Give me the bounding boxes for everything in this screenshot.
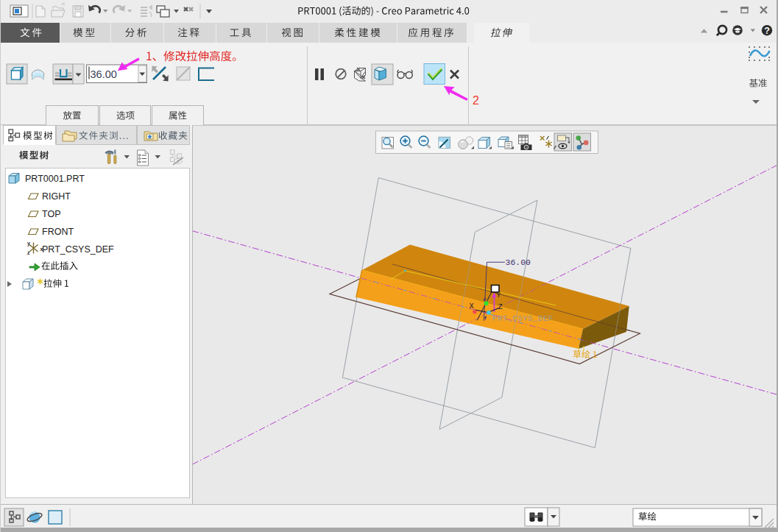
svg-text:X: X (470, 302, 475, 311)
svg-text:Z: Z (498, 302, 503, 311)
svg-text:z: z (27, 250, 30, 255)
svg-text:Y: Y (497, 291, 501, 299)
svg-text:PRT_CSYS_DEF: PRT_CSYS_DEF (492, 314, 554, 323)
svg-text:2: 2 (473, 94, 479, 107)
svg-text:36.00: 36.00 (506, 258, 531, 267)
svg-text:36.00: 36.00 (91, 68, 117, 80)
svg-text:y: y (27, 241, 30, 247)
svg-text:?: ? (764, 26, 770, 36)
